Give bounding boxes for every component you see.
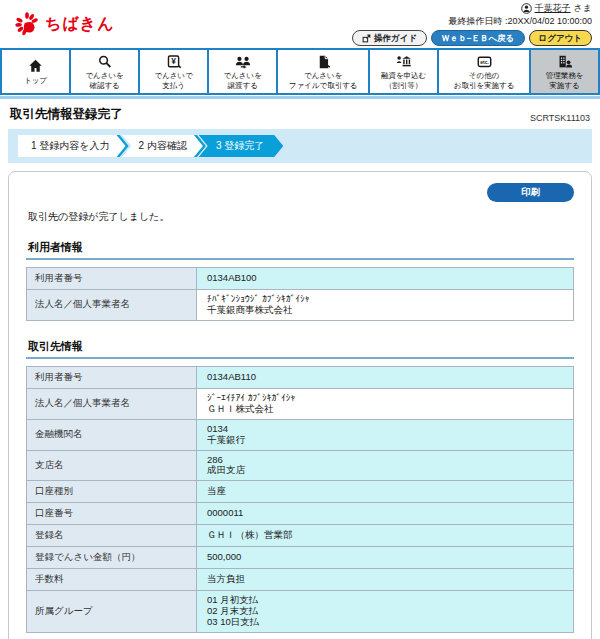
- chibagin-burst-icon: [14, 11, 40, 37]
- people-transfer-icon: [234, 53, 252, 70]
- nav-item-densai-pay[interactable]: ¥でんさいで支払う: [140, 50, 207, 93]
- row-value: 0134AB110: [197, 367, 573, 388]
- header: ちばきん 千葉花子 さま 最終操作日時 :20XX/04/02 10:00:00: [0, 0, 600, 48]
- row-value: ｼﾞｰｴｲﾁｱｲ ｶﾌﾞｼｷｶﾞｲｼｬＧＨＩ株式会社: [197, 389, 573, 419]
- table-row: 利用者番号0134AB110: [27, 367, 573, 388]
- row-value: 当座: [197, 481, 573, 502]
- user-name-link[interactable]: 千葉花子: [535, 2, 571, 15]
- step-item-2: 2 内容確認: [122, 135, 206, 157]
- counterparty-info-table: 利用者番号0134AB110法人名／個人事業者名ｼﾞｰｴｲﾁｱｲ ｶﾌﾞｼｷｶﾞ…: [26, 366, 574, 633]
- section-counterparty-info: 取引先情報 利用者番号0134AB110法人名／個人事業者名ｼﾞｰｴｲﾁｱｲ ｶ…: [26, 339, 574, 633]
- row-label: 口座種別: [27, 481, 197, 502]
- user-info: 千葉花子 さま: [352, 2, 592, 15]
- nav-item-label: トップ: [24, 76, 47, 85]
- row-value: 01 月初支払02 月末支払03 10日支払: [197, 591, 573, 632]
- svg-text:¥: ¥: [171, 56, 176, 66]
- nav-item-label: その他のお取引を実施する: [454, 71, 515, 90]
- section-title: 利用者情報: [26, 240, 574, 260]
- nav-item-label: 融資を申込む（割引等）: [381, 71, 426, 90]
- table-row: 利用者番号0134AB100: [27, 268, 573, 289]
- nav-item-label: でんさいを譲渡する: [224, 71, 262, 90]
- bank-icon: [395, 53, 413, 70]
- row-label: 法人名／個人事業者名: [27, 389, 197, 419]
- user-suffix: さま: [574, 2, 592, 15]
- logout-button[interactable]: ログアウト: [529, 30, 593, 46]
- content-panel: 印刷 取引先の登録が完了しました。 利用者情報 利用者番号0134AB100法人…: [8, 171, 592, 639]
- nav-item-other-transactions[interactable]: etc.その他のお取引を実施する: [439, 50, 529, 93]
- table-row: 法人名／個人事業者名ｼﾞｰｴｲﾁｱｲ ｶﾌﾞｼｷｶﾞｲｼｬＧＨＩ株式会社: [27, 388, 573, 419]
- guide-button[interactable]: 操作ガイド: [352, 30, 427, 46]
- screen-code: SCRTSK11103: [530, 113, 590, 123]
- svg-text:etc.: etc.: [480, 60, 489, 65]
- nav-item-densai-file[interactable]: でんさいをファイルで取引する: [278, 50, 368, 93]
- webeb-back-button[interactable]: Ｗｅｂ−ＥＢへ戻る: [431, 30, 524, 46]
- row-label: 支店名: [27, 451, 197, 481]
- home-icon: [27, 58, 44, 75]
- nav-item-densai-transfer[interactable]: でんさいを譲渡する: [209, 50, 276, 93]
- row-value: 0000011: [197, 503, 573, 524]
- section-title: 取引先情報: [26, 339, 574, 359]
- row-label: 登録名: [27, 525, 197, 546]
- row-label: 法人名／個人事業者名: [27, 290, 197, 320]
- table-row: 手数料当方負担: [27, 568, 573, 590]
- nav-item-top[interactable]: トップ: [2, 50, 69, 93]
- last-operation-time: 最終操作日時 :20XX/04/02 10:00:00: [352, 15, 592, 28]
- table-row: 登録名ＧＨＩ（株）営業部: [27, 524, 573, 546]
- external-link-icon: [362, 34, 371, 43]
- row-label: 利用者番号: [27, 367, 197, 388]
- logo-text: ちばきん: [45, 14, 115, 35]
- row-value: 当方負担: [197, 569, 573, 590]
- step-item-1: 1 登録内容を入力: [18, 135, 129, 157]
- main-nav: トップでんさいを確認する¥でんさいで支払うでんさいを譲渡するでんさいをファイルで…: [0, 48, 600, 95]
- row-value: 286成田支店: [197, 451, 573, 481]
- page-title: 取引先情報登録完了: [10, 106, 123, 123]
- file-icon: [316, 53, 331, 70]
- nav-item-label: でんさいをファイルで取引する: [289, 71, 358, 90]
- table-row: 支店名286成田支店: [27, 450, 573, 481]
- table-row: 口座番号0000011: [27, 502, 573, 524]
- step-indicator: 1 登録内容を入力2 内容確認3 登録完了: [8, 129, 592, 163]
- user-info-table: 利用者番号0134AB100法人名／個人事業者名ﾁﾊﾞｷﾞﾝｼｮｳｼﾞ ｶﾌﾞｼ…: [26, 267, 574, 321]
- nav-item-label: でんさいで支払う: [154, 71, 192, 90]
- table-row: 所属グループ01 月初支払02 月末支払03 10日支払: [27, 590, 573, 632]
- yen-icon: ¥: [166, 53, 182, 70]
- row-value: ﾁﾊﾞｷﾞﾝｼｮｳｼﾞ ｶﾌﾞｼｷｶﾞｲｼｬ千葉銀商事株式会社: [197, 290, 573, 320]
- building-person-icon: [556, 53, 573, 70]
- row-value: ＧＨＩ（株）営業部: [197, 525, 573, 546]
- step-item-3: 3 登録完了: [199, 135, 283, 157]
- section-user-info: 利用者情報 利用者番号0134AB100法人名／個人事業者名ﾁﾊﾞｷﾞﾝｼｮｳｼ…: [26, 240, 574, 321]
- row-label: 登録でんさい金額（円）: [27, 547, 197, 568]
- row-label: 所属グループ: [27, 591, 197, 632]
- table-row: 金融機関名0134千葉銀行: [27, 419, 573, 450]
- nav-item-densai-confirm[interactable]: でんさいを確認する: [71, 50, 138, 93]
- title-row: 取引先情報登録完了 SCRTSK11103: [0, 99, 600, 127]
- table-row: 登録でんさい金額（円）500,000: [27, 546, 573, 568]
- row-value: 500,000: [197, 547, 573, 568]
- chibagin-logo: ちばきん: [14, 11, 115, 37]
- user-icon: [521, 3, 532, 14]
- search-icon: [97, 53, 113, 70]
- row-label: 金融機関名: [27, 420, 197, 450]
- row-label: 利用者番号: [27, 268, 197, 289]
- nav-item-admin-tasks[interactable]: 管理業務を実施する: [531, 50, 598, 93]
- row-value: 0134AB100: [197, 268, 573, 289]
- table-row: 口座種別当座: [27, 480, 573, 502]
- nav-item-label: 管理業務を実施する: [546, 71, 584, 90]
- table-row: 法人名／個人事業者名ﾁﾊﾞｷﾞﾝｼｮｳｼﾞ ｶﾌﾞｼｷｶﾞｲｼｬ千葉銀商事株式会…: [27, 289, 573, 320]
- row-label: 口座番号: [27, 503, 197, 524]
- row-value: 0134千葉銀行: [197, 420, 573, 450]
- print-button-top[interactable]: 印刷: [487, 183, 574, 202]
- completion-message: 取引先の登録が完了しました。: [28, 210, 574, 224]
- nav-item-label: でんさいを確認する: [85, 71, 123, 90]
- nav-item-loan-apply[interactable]: 融資を申込む（割引等）: [370, 50, 437, 93]
- etc-icon: etc.: [476, 53, 493, 70]
- row-label: 手数料: [27, 569, 197, 590]
